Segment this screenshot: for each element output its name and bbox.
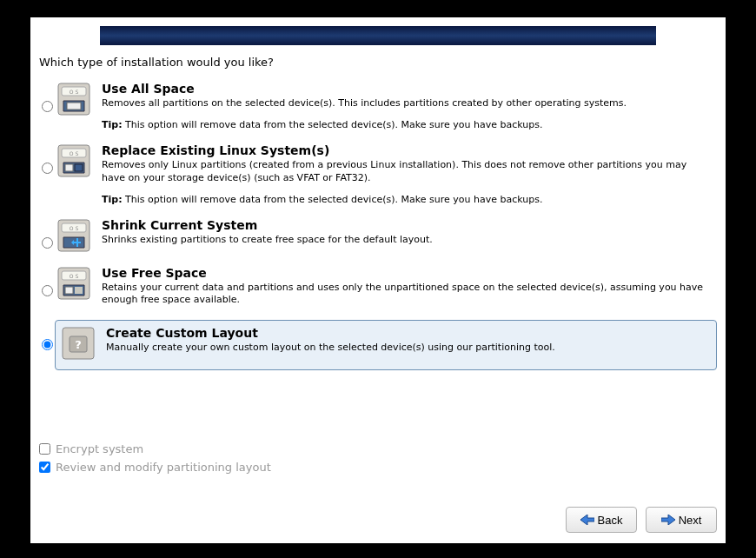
option-desc: Retains your current data and partitions… — [102, 282, 712, 308]
disk-icon: O S — [56, 218, 91, 253]
question-disk-icon: ? — [61, 326, 96, 361]
disk-icon: O S — [56, 143, 91, 178]
option-title: Replace Existing Linux System(s) — [102, 143, 712, 157]
svg-rect-8 — [75, 164, 83, 171]
banner-image — [100, 26, 656, 45]
next-button-label: Next — [679, 514, 702, 527]
svg-rect-15 — [65, 287, 73, 294]
dialog-footer: Back Next — [30, 496, 726, 543]
svg-rect-16 — [75, 287, 83, 294]
back-button-label: Back — [598, 514, 623, 527]
radio-replace-existing[interactable] — [42, 163, 53, 174]
radio-use-free-space[interactable] — [42, 285, 53, 296]
svg-text:O S: O S — [70, 150, 79, 156]
svg-text:O S: O S — [70, 273, 79, 279]
option-desc: Removes only Linux partitions (created f… — [102, 159, 712, 185]
encrypt-checkbox-input[interactable] — [39, 443, 50, 455]
installer-dialog: Which type of installation would you lik… — [30, 17, 726, 543]
option-title: Create Custom Layout — [106, 326, 711, 340]
option-tip: Tip: This option will remove data from t… — [102, 119, 712, 130]
radio-create-custom[interactable] — [42, 339, 53, 350]
installation-options: O S Use All Space Removes all partitions… — [39, 79, 717, 381]
disk-icon: O S — [56, 266, 91, 301]
option-title: Shrink Current System — [102, 218, 712, 232]
disk-icon: O S — [56, 82, 91, 116]
option-use-free-space[interactable]: O S Use Free Space Retains your current … — [39, 263, 717, 318]
review-label: Review and modify partitioning layout — [56, 461, 271, 474]
question-text: Which type of installation would you lik… — [39, 56, 717, 69]
back-button[interactable]: Back — [566, 507, 637, 533]
svg-rect-7 — [65, 164, 73, 171]
svg-text:O S: O S — [70, 89, 79, 95]
option-desc: Removes all partitions on the selected d… — [102, 97, 712, 110]
encrypt-label: Encrypt system — [56, 442, 143, 455]
svg-text:O S: O S — [70, 225, 79, 231]
option-use-all-space[interactable]: O S Use All Space Removes all partitions… — [39, 79, 717, 141]
arrow-left-icon — [580, 515, 594, 525]
option-shrink-current[interactable]: O S Shrink Current System Shrinks existi… — [39, 216, 717, 263]
content-area: Which type of installation would you lik… — [30, 45, 726, 496]
review-checkbox-input[interactable] — [39, 462, 50, 473]
encrypt-system-checkbox[interactable]: Encrypt system — [39, 442, 271, 455]
options-checkboxes: Encrypt system Review and modify partiti… — [39, 442, 271, 479]
option-desc: Shrinks existing partitions to create fr… — [102, 234, 712, 247]
svg-rect-3 — [67, 103, 81, 110]
next-button[interactable]: Next — [646, 507, 717, 533]
review-layout-checkbox[interactable]: Review and modify partitioning layout — [39, 461, 271, 474]
option-replace-existing[interactable]: O S Replace Existing Linux System(s) Rem… — [39, 141, 717, 216]
option-tip: Tip: This option will remove data from t… — [102, 194, 712, 205]
svg-text:?: ? — [75, 338, 82, 351]
option-desc: Manually create your own custom layout o… — [106, 342, 711, 355]
option-title: Use Free Space — [102, 266, 712, 280]
arrow-right-icon — [661, 515, 675, 525]
option-create-custom[interactable]: ? Create Custom Layout Manually create y… — [39, 317, 717, 381]
radio-shrink-current[interactable] — [42, 237, 53, 249]
radio-use-all-space[interactable] — [42, 101, 53, 112]
option-title: Use All Space — [102, 82, 712, 96]
